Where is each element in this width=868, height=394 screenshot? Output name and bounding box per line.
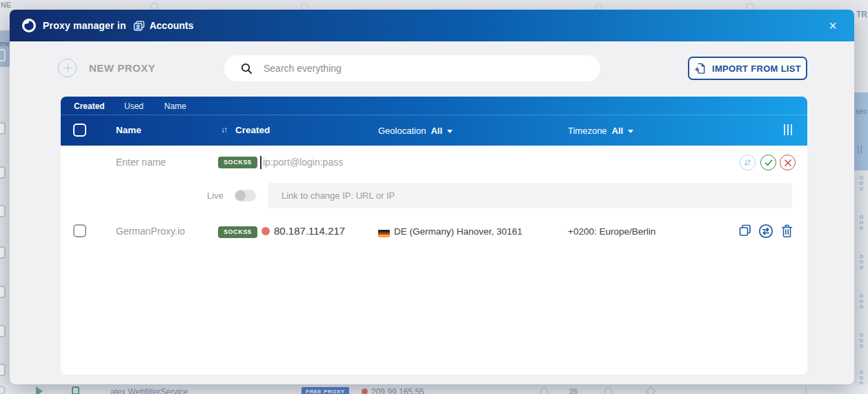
- proxy-timezone: +0200: Europe/Berlin: [568, 226, 655, 237]
- modal-context: Accounts: [150, 20, 194, 31]
- browser-logo-icon: [22, 19, 36, 32]
- tab-name[interactable]: Name: [164, 101, 186, 111]
- background-icon-fragment: [540, 388, 548, 394]
- background-bottom-row: alex WebfilterService FREE PROXY 209.99.…: [0, 384, 868, 394]
- cancel-icon[interactable]: [780, 155, 796, 170]
- copy-icon[interactable]: [738, 224, 752, 237]
- sort-direction-icon[interactable]: ↓↑: [221, 125, 226, 135]
- avatar: [0, 386, 6, 394]
- proxy-name-input[interactable]: [116, 152, 213, 172]
- tab-used[interactable]: Used: [124, 101, 144, 111]
- toggle-knob: [235, 190, 246, 201]
- status-dot: [362, 388, 368, 394]
- columns-settings-icon[interactable]: [784, 124, 792, 135]
- browser-icon: [72, 386, 79, 394]
- background-text-fragment: TR: [856, 10, 867, 19]
- background-checkbox: [0, 49, 6, 61]
- search-icon: [241, 63, 253, 75]
- background-icon-fragment: [646, 386, 655, 394]
- kebab-menu-icon: [860, 215, 864, 232]
- row-checkbox[interactable]: [73, 224, 86, 237]
- select-all-checkbox[interactable]: [73, 124, 86, 137]
- background-checkbox: [0, 364, 6, 376]
- play-icon: [36, 386, 43, 394]
- kebab-menu-icon: [860, 255, 864, 271]
- proxy-name: GermanProxy.io: [116, 226, 185, 237]
- tab-created[interactable]: Created: [74, 101, 105, 111]
- kebab-menu-icon: [860, 333, 864, 350]
- sort-tabs: Created Used Name: [61, 97, 807, 115]
- protocol-badge[interactable]: SOCKS5: [218, 157, 257, 168]
- live-label: Live: [207, 190, 224, 201]
- close-icon[interactable]: ×: [824, 17, 842, 35]
- divider: [806, 386, 807, 394]
- live-toggle[interactable]: [235, 190, 256, 201]
- new-proxy-button[interactable]: NEW PROXY: [58, 59, 155, 77]
- confirm-icon[interactable]: [760, 155, 776, 170]
- proxy-ip: 209.99.165.55: [371, 387, 424, 394]
- proxy-address-input[interactable]: [263, 152, 470, 172]
- column-geolocation: Geolocation: [378, 126, 426, 136]
- plus-circle-icon: [58, 59, 77, 77]
- status-dot: [262, 227, 270, 235]
- table-header-area: Created Used Name Name ↓↑ Created Geoloc…: [61, 97, 807, 146]
- delete-icon[interactable]: [780, 224, 793, 238]
- background-checkbox: [0, 205, 6, 217]
- accounts-icon: [133, 21, 145, 31]
- kebab-menu-icon: [860, 294, 864, 311]
- geolocation-filter-value: All: [431, 126, 442, 136]
- proxy-ip: 80.187.114.217: [274, 225, 345, 237]
- timezone-filter-value: All: [612, 126, 624, 136]
- background-text-fragment: ||: [857, 144, 863, 154]
- background-checkbox: [0, 286, 6, 298]
- background-checkbox: [0, 325, 6, 337]
- chevron-down-icon: [628, 130, 633, 133]
- column-header-row: Name ↓↑ Created GeolocationAll TimezoneA…: [61, 115, 807, 145]
- chevron-down-icon: [447, 130, 453, 133]
- modal-header: Proxy manager in Accounts ×: [10, 10, 854, 41]
- check-proxy-icon[interactable]: [740, 155, 756, 170]
- column-timezone: Timezone: [568, 126, 607, 136]
- proxy-geolocation: DE (Germany) Hanover, 30161: [394, 226, 522, 237]
- table-body: SOCKS5: [61, 146, 807, 375]
- search-bar: [224, 55, 600, 81]
- background-text-fragment: NE: [1, 1, 11, 9]
- background-text-fragment: sec: [856, 107, 867, 115]
- column-name: Name: [116, 125, 141, 135]
- background-right-header: sec ||: [854, 92, 868, 170]
- count-fragment: 26: [569, 387, 578, 394]
- kebab-menu-icon: [860, 176, 864, 193]
- import-file-icon: [694, 62, 706, 75]
- geolocation-filter[interactable]: GeolocationAll: [378, 126, 453, 136]
- column-created[interactable]: Created: [235, 125, 270, 135]
- text-cursor: [260, 156, 262, 169]
- change-ip-icon[interactable]: [758, 224, 773, 239]
- modal-title: Proxy manager in: [43, 20, 126, 31]
- proxy-type-badge: FREE PROXY: [302, 387, 349, 394]
- background-checkbox: [0, 166, 6, 179]
- screen: NE me TR sec || alex WebfilterSer: [0, 0, 868, 394]
- import-label: IMPORT FROM LIST: [712, 63, 801, 74]
- search-input[interactable]: [264, 63, 553, 74]
- import-from-list-button[interactable]: IMPORT FROM LIST: [688, 57, 807, 80]
- proxy-table: Created Used Name Name ↓↑ Created Geoloc…: [61, 97, 807, 375]
- change-ip-link-input[interactable]: [268, 183, 792, 208]
- proxy-manager-modal: Proxy manager in Accounts × NEW PROXY: [10, 10, 854, 384]
- timezone-filter[interactable]: TimezoneAll: [568, 126, 633, 136]
- profile-name: alex WebfilterService: [110, 387, 188, 394]
- background-icon-fragment: [604, 388, 612, 394]
- background-checkbox: [0, 246, 6, 259]
- germany-flag-icon: [378, 230, 390, 237]
- protocol-badge: SOCKS5: [218, 226, 257, 238]
- background-text-fragment: me: [0, 39, 10, 48]
- new-proxy-label: NEW PROXY: [89, 62, 155, 74]
- background-checkbox: [0, 122, 6, 135]
